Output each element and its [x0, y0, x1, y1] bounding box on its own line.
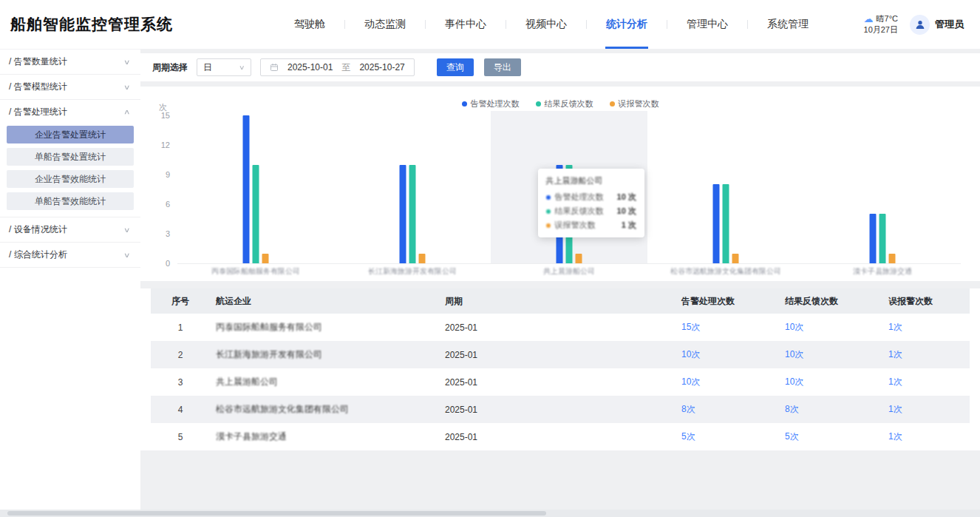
sidebar-group-header[interactable]: / 设备情况统计∨ [0, 217, 140, 242]
bar[interactable] [576, 254, 582, 263]
tooltip-dot-icon [546, 223, 551, 228]
sidebar-group-label: / 告警处理统计 [9, 106, 67, 118]
bar-group [243, 115, 269, 263]
feedback-count-link[interactable]: 10次 [785, 349, 803, 359]
nav-item-5[interactable]: 统计分析 [587, 0, 667, 49]
false-count-link[interactable]: 1次 [888, 431, 902, 442]
sidebar-group-header[interactable]: / 综合统计分析∨ [0, 243, 140, 267]
bar[interactable] [419, 254, 426, 263]
feedback-count-link[interactable]: 10次 [785, 376, 803, 387]
handle-count-link[interactable]: 5次 [681, 431, 695, 442]
tooltip-row: 结果反馈次数10 次 [546, 206, 636, 217]
top-header: 船舶智能监控管理系统 驾驶舱动态监测事件中心视频中心统计分析管理中心系统管理 ☁… [0, 0, 980, 49]
handle-count-link[interactable]: 8次 [681, 404, 695, 414]
feedback-count-link[interactable]: 10次 [785, 322, 803, 332]
period-select-value: 日 [203, 61, 212, 74]
nav-item-3[interactable]: 事件中心 [426, 0, 506, 49]
tooltip-label: 误报警次数 [555, 220, 596, 231]
horizontal-scrollbar[interactable] [0, 510, 980, 517]
legend-label: 结果反馈次数 [545, 98, 593, 109]
column-header: 结果反馈次数 [779, 288, 882, 314]
bar[interactable] [879, 214, 886, 263]
legend-label: 误报警次数 [619, 98, 659, 109]
feedback-count-link[interactable]: 5次 [785, 431, 799, 442]
y-axis-tick: 6 [166, 200, 170, 209]
chart-tooltip: 共上晨游船公司 告警处理次数10 次结果反馈次数10 次误报警次数1 次 [538, 169, 644, 237]
feedback-count-link[interactable]: 8次 [785, 404, 799, 414]
false-count-link-cell: 1次 [882, 423, 970, 450]
bar[interactable] [243, 115, 250, 263]
date-range-picker[interactable]: 2025-10-01 至 2025-10-27 [260, 58, 415, 76]
nav-item-7[interactable]: 系统管理 [748, 0, 828, 49]
false-count-link-cell: 1次 [882, 368, 970, 396]
sidebar-group-header[interactable]: / 告警处理统计∨ [0, 100, 140, 124]
legend-item[interactable]: 误报警次数 [610, 98, 659, 109]
tooltip-value: 10 次 [608, 206, 636, 217]
nav-item-2[interactable]: 动态监测 [345, 0, 425, 49]
bar[interactable] [889, 254, 896, 263]
tooltip-rows: 告警处理次数10 次结果反馈次数10 次误报警次数1 次 [546, 192, 636, 231]
bar-group [713, 115, 739, 263]
handle-count-link[interactable]: 15次 [681, 322, 700, 332]
legend-item[interactable]: 告警处理次数 [462, 98, 520, 109]
sidebar-group-header[interactable]: / 告警数量统计∨ [0, 50, 140, 74]
bar[interactable] [262, 254, 269, 263]
export-button[interactable]: 导出 [484, 58, 521, 76]
false-count-link[interactable]: 1次 [888, 349, 902, 359]
bar[interactable] [409, 165, 416, 263]
chart-plot: 次 共上晨游船公司 告警处理次数10 次结果反馈次数10 次误报警次数1 次 0… [177, 115, 961, 264]
bar[interactable] [723, 184, 729, 263]
nav-item-1[interactable]: 驾驶舱 [275, 0, 344, 49]
tooltip-row: 误报警次数1 次 [546, 220, 636, 231]
user-menu[interactable]: 管理员 [910, 15, 964, 35]
x-axis-label: 漠卡子县旅游交通 [853, 266, 912, 277]
app-window: 船舶智能监控管理系统 驾驶舱动态监测事件中心视频中心统计分析管理中心系统管理 ☁… [0, 0, 980, 517]
false-count-link[interactable]: 1次 [888, 376, 902, 387]
column-header: 航运企业 [210, 288, 439, 314]
false-count-link-cell: 1次 [882, 396, 970, 423]
handle-count-link[interactable]: 10次 [681, 349, 700, 359]
bar[interactable] [870, 214, 877, 263]
tooltip-label: 告警处理次数 [555, 192, 604, 203]
sidebar-group-label: / 告警模型统计 [9, 81, 67, 93]
y-axis-tick: 15 [161, 111, 170, 120]
bar[interactable] [713, 184, 720, 263]
handle-count-link[interactable]: 10次 [681, 376, 700, 387]
sidebar-subitem[interactable]: 企业告警处置统计 [7, 126, 134, 143]
legend-dot-icon [610, 101, 615, 107]
weather-date: 10月27日 [864, 24, 898, 36]
weather-cloud-icon: ☁ [864, 14, 874, 24]
x-axis-label: 共上晨游船公司 [543, 266, 595, 277]
handle-count-link-cell: 8次 [676, 396, 779, 423]
bar-group [400, 115, 426, 263]
period-cell: 2025-01 [439, 423, 676, 450]
sidebar-group-header[interactable]: / 告警模型统计∨ [0, 75, 140, 99]
handle-count-link-cell: 15次 [676, 314, 779, 341]
bar[interactable] [253, 165, 259, 263]
chevron-down-icon: ∨ [123, 84, 131, 90]
bar[interactable] [732, 254, 739, 263]
scrollbar-thumb[interactable] [7, 511, 546, 516]
sidebar-subitem[interactable]: 单船告警处置统计 [7, 148, 134, 166]
tooltip-dot-icon [546, 195, 551, 200]
date-to-label: 至 [341, 61, 350, 74]
nav-item-4[interactable]: 视频中心 [506, 0, 586, 49]
false-count-link[interactable]: 1次 [888, 404, 902, 414]
sidebar-subitem[interactable]: 单船告警效能统计 [7, 192, 134, 210]
sidebar-subitem[interactable]: 企业告警效能统计 [7, 170, 134, 188]
false-count-link[interactable]: 1次 [888, 322, 902, 332]
legend-item[interactable]: 结果反馈次数 [536, 98, 593, 109]
user-avatar-icon [910, 15, 930, 35]
period-select[interactable]: 日 ∨ [197, 58, 251, 76]
chevron-up-icon: ∨ [123, 109, 131, 115]
legend-label: 告警处理次数 [471, 98, 520, 109]
bar[interactable] [400, 165, 406, 263]
nav-item-6[interactable]: 管理中心 [667, 0, 747, 49]
sidebar-group-1: / 告警数量统计∨ [0, 50, 140, 75]
tooltip-row: 告警处理次数10 次 [546, 192, 636, 203]
period-cell: 2025-01 [439, 396, 676, 423]
query-button[interactable]: 查询 [437, 58, 474, 76]
false-count-link-cell: 1次 [882, 314, 970, 341]
chart-legend: 告警处理次数结果反馈次数误报警次数 [140, 98, 980, 109]
chevron-down-icon: ∨ [239, 64, 245, 71]
